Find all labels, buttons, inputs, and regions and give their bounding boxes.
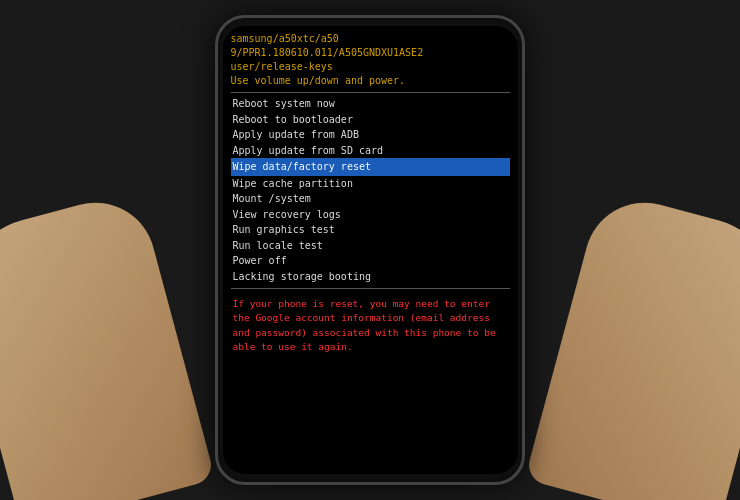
menu-item[interactable]: Apply update from SD card <box>231 143 510 159</box>
warning-section: If your phone is reset, you may need to … <box>231 293 510 358</box>
hand-right <box>525 189 740 500</box>
menu-item[interactable]: Power off <box>231 253 510 269</box>
menu-item[interactable]: Lacking storage booting <box>231 269 510 285</box>
phone: samsung/a50xtc/a50 9/PPR1.180610.011/A50… <box>215 15 525 485</box>
header-line2: 9/PPR1.180610.011/A505GNDXU1ASE2 <box>231 46 510 60</box>
hand-left <box>0 189 215 500</box>
menu-item[interactable]: Mount /system <box>231 191 510 207</box>
scene: samsung/a50xtc/a50 9/PPR1.180610.011/A50… <box>0 0 740 500</box>
menu-section: Reboot system nowReboot to bootloaderApp… <box>231 96 510 284</box>
menu-item[interactable]: Wipe data/factory reset <box>231 158 510 176</box>
warning-text: If your phone is reset, you may need to … <box>233 297 508 354</box>
menu-item[interactable]: Wipe cache partition <box>231 176 510 192</box>
header-line3: user/release-keys <box>231 60 510 74</box>
menu-item[interactable]: Reboot system now <box>231 96 510 112</box>
header-section: samsung/a50xtc/a50 9/PPR1.180610.011/A50… <box>231 32 510 88</box>
recovery-content: samsung/a50xtc/a50 9/PPR1.180610.011/A50… <box>223 26 518 474</box>
menu-item[interactable]: Reboot to bootloader <box>231 112 510 128</box>
phone-screen: samsung/a50xtc/a50 9/PPR1.180610.011/A50… <box>223 26 518 474</box>
divider-top <box>231 92 510 93</box>
menu-item[interactable]: Run locale test <box>231 238 510 254</box>
menu-item[interactable]: View recovery logs <box>231 207 510 223</box>
header-line4: Use volume up/down and power. <box>231 74 510 88</box>
menu-item[interactable]: Run graphics test <box>231 222 510 238</box>
header-line1: samsung/a50xtc/a50 <box>231 32 510 46</box>
divider-bottom <box>231 288 510 289</box>
menu-item[interactable]: Apply update from ADB <box>231 127 510 143</box>
